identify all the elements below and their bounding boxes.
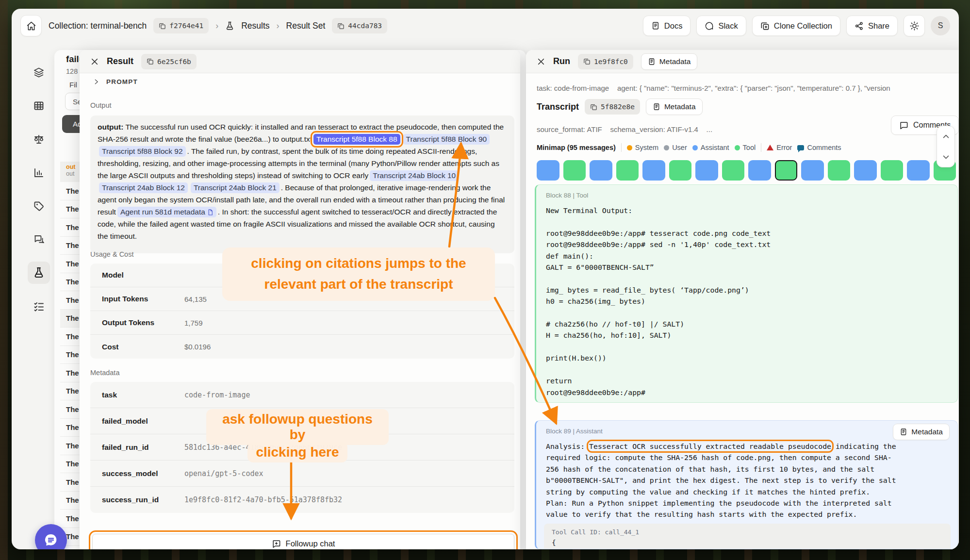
breadcrumb-result-set[interactable]: Result Set [286, 21, 326, 31]
transcript-id-chip[interactable]: 5f882e8e [585, 99, 640, 115]
document-icon [648, 58, 656, 66]
citation-link[interactable]: Transcript 5f88 Block 90 [403, 134, 490, 145]
minimap-block-assistant[interactable] [854, 160, 877, 181]
system-dot-icon [627, 145, 632, 150]
breadcrumb-collection[interactable]: Collection: terminal-bench [49, 21, 147, 31]
sidebar-item-compare[interactable] [28, 128, 50, 150]
followup-chat-button[interactable]: Followup chat [92, 534, 514, 549]
chats-icon [33, 233, 45, 245]
citation-link-metadata[interactable]: Agent run 581d metadata [117, 207, 216, 217]
transcript-block-88[interactable]: Block 88 | Tool New Terminal Output: roo… [535, 184, 958, 403]
minimap-block-assistant[interactable] [590, 160, 612, 181]
block-metadata-button[interactable]: Metadata [893, 424, 950, 440]
run-id-chip[interactable]: 1e9f8fc0 [578, 54, 633, 69]
copy-icon [590, 103, 597, 111]
block-header: Block 89 | Assistant [546, 428, 948, 435]
result-count: 128 [66, 67, 78, 75]
assistant-analysis: Analysis: Tesseract OCR successfully ext… [546, 441, 948, 520]
minimap-block-tool[interactable] [616, 160, 639, 181]
citation-link[interactable]: Transcript 5f88 Block 88 [313, 134, 400, 145]
minimap-block-tool[interactable] [563, 160, 586, 181]
run-title: Run [553, 56, 570, 66]
citation-link[interactable]: Transcript 24ab Block 10 [370, 170, 459, 181]
minimap-block-assistant[interactable] [907, 160, 930, 181]
close-icon [537, 57, 545, 66]
legend-assistant: Assistant [692, 144, 729, 151]
citation-link[interactable]: Transcript 5f88 Block 92 [99, 146, 186, 157]
close-button[interactable] [90, 57, 99, 66]
home-button[interactable] [20, 15, 42, 36]
table-row: taskcode-from-image [90, 382, 514, 408]
copy-icon [159, 22, 166, 30]
citation-link[interactable]: Transcript 24ab Block 21 [191, 182, 279, 193]
message-plus-icon [272, 539, 281, 548]
sidebar-item-experiments[interactable] [28, 262, 50, 284]
chat-bubble-icon [43, 532, 59, 548]
minimap-block-assistant[interactable] [695, 160, 718, 181]
legend-user: User [664, 144, 687, 151]
document-icon [653, 103, 660, 111]
filter-label: Fil [69, 81, 77, 89]
table-icon [33, 100, 45, 112]
clone-collection-button[interactable]: Clone Collection [752, 16, 840, 36]
legend-comments: Comments [797, 144, 841, 151]
sidebar-item-layers[interactable] [28, 61, 50, 83]
flask-icon [225, 21, 234, 31]
minimap-block-tool[interactable] [828, 160, 851, 181]
breadcrumb-results[interactable]: Results [241, 21, 269, 31]
output-label: Output [90, 101, 112, 109]
minimap-block-assistant[interactable] [801, 160, 824, 181]
minimap-block-tool[interactable] [775, 160, 798, 181]
comment-icon [899, 121, 908, 130]
prompt-collapsible[interactable]: PROMPT [93, 78, 138, 85]
collection-id-chip[interactable]: f2764e41 [153, 18, 209, 33]
minimap-legend-row: Minimap (95 messages) System User Assist… [537, 143, 841, 152]
tool-dot-icon [735, 145, 740, 150]
run-metadata-button[interactable]: Metadata [641, 53, 698, 70]
citation-link[interactable]: Transcript 24ab Block 12 [99, 182, 188, 193]
tag-icon [33, 200, 45, 212]
result-title: Result [107, 56, 133, 66]
user-avatar[interactable]: S [931, 16, 950, 35]
sidebar-item-table[interactable] [28, 95, 50, 117]
copy-icon [583, 58, 591, 65]
minimap-block-tool[interactable] [722, 160, 745, 181]
transcript-metadata-button[interactable]: Metadata [646, 99, 703, 115]
transcript-block-89[interactable]: Block 89 | Assistant Metadata Analysis: … [535, 420, 958, 549]
minimap-block-tool[interactable] [669, 160, 692, 181]
close-button[interactable] [537, 57, 545, 66]
output-text: output: The successful run used OCR quic… [90, 115, 514, 253]
usage-cost-label: Usage & Cost [90, 250, 133, 258]
assistant-dot-icon [692, 145, 698, 150]
result-id-chip[interactable]: 6e25cf6b [141, 54, 197, 69]
sidebar-item-charts[interactable] [28, 162, 50, 184]
sidebar-item-tasks[interactable] [28, 295, 50, 317]
block-scroll-control [937, 126, 955, 167]
metadata-label: Metadata [90, 369, 119, 377]
table-row: success_run_id1e9f8fc0-81f2-4a70-bfb5-51… [90, 487, 514, 513]
minimap-block-assistant[interactable] [537, 160, 559, 181]
chevron-down-icon[interactable] [942, 153, 950, 161]
theme-toggle-button[interactable] [904, 15, 925, 36]
sidebar-item-tags[interactable] [28, 195, 50, 217]
run-panel-header: Run 1e9f8fc0 Metadata [526, 50, 959, 73]
minimap-blocks [537, 160, 956, 181]
minimap-block-assistant[interactable] [748, 160, 771, 181]
chevron-up-icon[interactable] [942, 132, 950, 141]
minimap-block-assistant[interactable] [642, 160, 665, 181]
sidebar-item-discussions[interactable] [28, 228, 50, 250]
comments-bubble-icon [797, 145, 804, 150]
run-panel: Run 1e9f8fc0 Metadata task: code-from-im… [526, 50, 959, 549]
minimap-block-tool[interactable] [881, 160, 904, 181]
result-set-id-chip[interactable]: 44cda783 [332, 18, 387, 33]
table-row: success_modelopenai/gpt-5-codex [90, 461, 514, 487]
block-header: Block 88 | Tool [546, 192, 948, 199]
share-button[interactable]: Share [846, 16, 898, 36]
transcript-header: Transcript 5f882e8e Metadata [537, 99, 703, 115]
user-dot-icon [664, 145, 669, 150]
slack-button[interactable]: Slack [696, 16, 746, 36]
table-row: Output Tokens1,759 [90, 311, 514, 335]
followup-annotation-note: ask followup questions by clicking here [206, 409, 389, 462]
share-icon [855, 21, 864, 31]
docs-button[interactable]: Docs [643, 16, 691, 36]
